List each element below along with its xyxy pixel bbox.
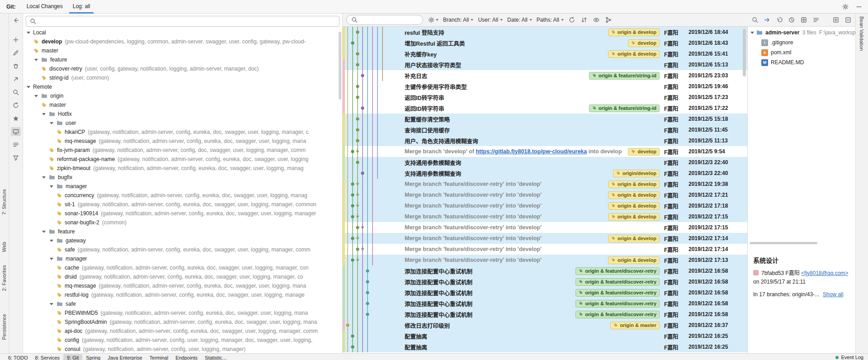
branch-label-pill[interactable]: origin & feature/discover-retry bbox=[576, 278, 660, 286]
commit-row[interactable]: 配置抽离F嘉阳2019/12/2 16:25 bbox=[343, 331, 747, 341]
filter-user[interactable]: User: All bbox=[478, 17, 503, 23]
branch-label-pill[interactable]: develop bbox=[628, 39, 660, 47]
commit-row[interactable]: Merge branch 'feature/discover-retry' in… bbox=[343, 211, 747, 222]
chevron-down-icon[interactable] bbox=[50, 303, 53, 305]
search-settings-button[interactable] bbox=[428, 16, 439, 24]
back-button[interactable] bbox=[11, 16, 21, 25]
branch-tree-group-feature[interactable]: feature bbox=[23, 227, 339, 236]
commit-row[interactable]: 主键传参使用字符串类型F嘉阳2019/12/5 19:46 bbox=[343, 81, 747, 92]
settings-icon[interactable] bbox=[842, 3, 849, 10]
intelli-sort-icon[interactable] bbox=[580, 16, 588, 24]
statusbar-button-statistic[interactable]: Statistic... bbox=[201, 354, 230, 360]
filter-button[interactable] bbox=[11, 153, 21, 162]
scrollbar-thumb[interactable] bbox=[750, 242, 817, 244]
statusbar-button-spring[interactable]: Spring bbox=[82, 354, 104, 360]
commit-row[interactable]: 添加连接配置中心重试机制origin & feature/discover-re… bbox=[343, 276, 747, 287]
branch-tree-group-manager[interactable]: manager bbox=[23, 182, 339, 191]
chevron-down-icon[interactable] bbox=[42, 231, 46, 233]
edit-button[interactable] bbox=[11, 48, 21, 57]
chevron-down-icon[interactable] bbox=[50, 240, 53, 242]
commit-row[interactable]: Merge branch 'feature/discover-retry' in… bbox=[343, 233, 747, 244]
commit-row[interactable]: 添加连接配置中心重试机制origin & feature/discover-re… bbox=[343, 287, 747, 298]
toolwindow-button-2-favorites[interactable]: 2: Favorites bbox=[1, 265, 7, 291]
history-icon[interactable] bbox=[788, 16, 795, 24]
filter-date[interactable]: Date: All bbox=[507, 17, 532, 23]
branch-tree-item-mq-message[interactable]: mq-message(gateway, notification, admin-… bbox=[23, 281, 339, 290]
event-log-button[interactable]: Event Log bbox=[835, 354, 863, 360]
branch-tree-item-concurrency[interactable]: concurrency(gateway, notification, admin… bbox=[23, 191, 339, 200]
file-row-gitignore[interactable]: i.gitignore bbox=[748, 38, 855, 47]
commit-row[interactable]: Merge branch 'feature/discover-retry' in… bbox=[343, 189, 747, 200]
branch-tree-item-pbewithmd5[interactable]: PBEWithMD5(gateway, notification, admin-… bbox=[23, 308, 339, 317]
chevron-down-icon[interactable] bbox=[50, 122, 53, 124]
commit-row[interactable]: 配置缓存清空策略F嘉阳2019/12/5 15:18 bbox=[343, 114, 747, 124]
delete-button[interactable] bbox=[11, 62, 21, 71]
branch-label-pill[interactable]: origin & master bbox=[610, 322, 660, 329]
toolwindow-button-7-structure[interactable]: 7: Structure bbox=[1, 189, 7, 215]
branch-tree-item-hikaricp[interactable]: hikariCP(gateway, notification, admin-se… bbox=[23, 128, 339, 137]
branch-tree-item-discover-retry[interactable]: discover-retry(user, config, gateway, no… bbox=[23, 64, 339, 73]
branch-label-pill[interactable]: origin & develop bbox=[608, 180, 660, 188]
diff-preview-icon[interactable] bbox=[800, 16, 807, 24]
file-row-readme-md[interactable]: MREADME.MD bbox=[748, 57, 855, 67]
branch-tree-item-springbootadmin[interactable]: SpringBootAdmin(gateway, notification, a… bbox=[23, 317, 339, 327]
commit-row[interactable]: 添加连接配置中心重试机制origin & feature/discover-re… bbox=[343, 309, 747, 320]
commit-row[interactable]: Merge branch 'feature/discover-retry' in… bbox=[343, 244, 747, 255]
branch-tree-item-string-id[interactable]: string-id(user, common) bbox=[23, 73, 339, 82]
preview-icon[interactable] bbox=[593, 16, 600, 24]
branch-label-pill[interactable]: origin & feature/string-id bbox=[589, 104, 660, 112]
branch-tree-group-local[interactable]: Local bbox=[23, 28, 339, 37]
commit-row[interactable]: 支持通用参数模糊查询F嘉阳2019/12/3 22:40 bbox=[343, 157, 747, 168]
branch-tree-item-sonar-190914[interactable]: sonar-190914(gateway, notification, admi… bbox=[23, 209, 339, 218]
push-button[interactable] bbox=[11, 75, 21, 84]
tab-log-all[interactable]: Log: all bbox=[68, 0, 95, 14]
branch-label-pill[interactable]: origin & feature/discover-retry bbox=[576, 311, 660, 318]
refresh-log-icon[interactable] bbox=[568, 16, 576, 24]
find-icon[interactable] bbox=[751, 16, 759, 24]
branch-label-pill[interactable]: origin/develop bbox=[613, 170, 660, 177]
branch-tree-item-druid[interactable]: druid(gateway, notification, admin-serve… bbox=[23, 272, 339, 281]
branch-tree-group-bugfix[interactable]: bugfix bbox=[23, 173, 339, 182]
commit-row[interactable]: Merge branch 'develop' of https://gitlab… bbox=[343, 146, 747, 157]
branch-label-pill[interactable]: origin & feature/discover-retry bbox=[576, 300, 660, 308]
toolwindow-button-persistence[interactable]: Persistence bbox=[1, 314, 7, 340]
commit-row[interactable]: Merge branch 'feature/discover-retry' in… bbox=[343, 255, 747, 265]
branch-search-input[interactable] bbox=[39, 18, 336, 25]
branch-label-pill[interactable]: origin & develop bbox=[608, 50, 660, 58]
branch-tree-item-sit-1[interactable]: sit-1(gateway, notification, admin-serve… bbox=[23, 200, 339, 209]
console-button[interactable] bbox=[11, 127, 21, 136]
commit-row[interactable]: 补充日志origin & feature/string-idF嘉阳2019/12… bbox=[343, 70, 747, 81]
commit-row[interactable]: 查询接口使用缓存F嘉阳2019/12/5 11:45 bbox=[343, 124, 747, 135]
branch-label-pill[interactable]: origin & develop bbox=[608, 256, 660, 264]
branch-tree-group-feature[interactable]: feature bbox=[23, 55, 339, 64]
branch-tree-group-manager[interactable]: manager bbox=[23, 254, 339, 263]
branch-tree-group-origin[interactable]: origin bbox=[23, 91, 339, 100]
branch-tree-item-safe[interactable]: safe(gateway, notification, admin-server… bbox=[23, 245, 339, 254]
chevron-down-icon[interactable] bbox=[34, 59, 38, 61]
branch-tree-item-master[interactable]: master bbox=[23, 46, 339, 55]
filter-paths[interactable]: Paths: All bbox=[537, 17, 564, 23]
branch-tree-item-zipkin-timeout[interactable]: zipkin-timeout(gateway, notification, ad… bbox=[23, 164, 339, 173]
branch-tree-item-sonar-bugfix-2[interactable]: sonar-bugfix-2(common) bbox=[23, 218, 339, 227]
branch-tree-group-gateway[interactable]: gateway bbox=[23, 236, 339, 245]
details-view-button[interactable] bbox=[11, 140, 21, 149]
collapse-all-icon[interactable] bbox=[844, 16, 852, 24]
statusbar-button-terminal[interactable]: Terminal bbox=[146, 354, 172, 360]
branch-tree-item-mq-message[interactable]: mq-message(gateway, notification, admin-… bbox=[23, 137, 339, 146]
file-row-pom-xml[interactable]: xpom.xml bbox=[748, 47, 855, 57]
commit-row[interactable]: 支持通用参数模糊查询origin/developF嘉阳2019/12/3 22:… bbox=[343, 168, 747, 179]
branch-tree-item-fix-jvm-param[interactable]: fix-jvm-param(gateway, notification, adm… bbox=[23, 146, 339, 155]
commit-row[interactable]: 返回ID转字符串origin & feature/string-idF嘉阳201… bbox=[343, 103, 747, 114]
commit-row[interactable]: 配置抽离F嘉阳2019/12/2 16:25 bbox=[343, 341, 747, 352]
log-search-input[interactable] bbox=[361, 16, 419, 24]
group-by-icon[interactable] bbox=[812, 16, 820, 24]
branch-tree-group-user[interactable]: user bbox=[23, 118, 339, 128]
expand-all-icon[interactable] bbox=[832, 16, 840, 24]
commit-row[interactable]: 添加连接配置中心重试机制origin & feature/discover-re… bbox=[343, 265, 747, 276]
rollback-icon[interactable] bbox=[776, 16, 783, 24]
scrollbar-thumb[interactable] bbox=[743, 29, 746, 76]
add-button[interactable] bbox=[11, 35, 21, 44]
chevron-down-icon[interactable] bbox=[750, 32, 754, 34]
branch-tree-item-consul[interactable]: consul(gateway, notification, admin-serv… bbox=[23, 345, 339, 353]
branch-tree-item-develop[interactable]: develop(pw-cloud-dependencies, logging, … bbox=[23, 37, 339, 46]
